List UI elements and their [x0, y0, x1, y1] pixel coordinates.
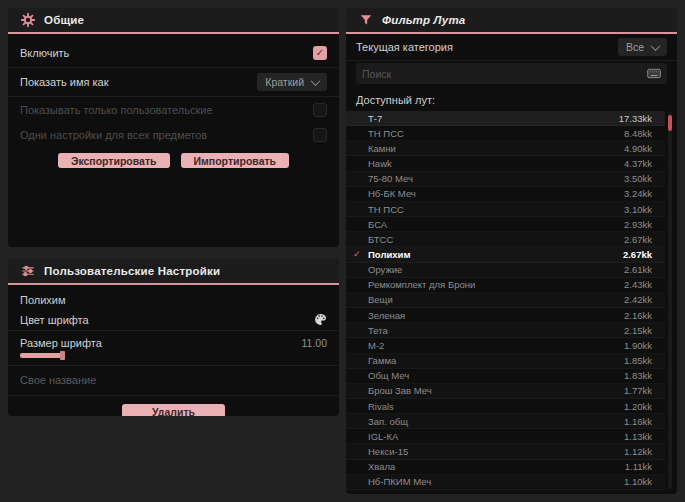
- font-color-row[interactable]: Цвет шрифта: [8, 309, 339, 331]
- loot-item[interactable]: БСА2.93kk: [346, 217, 665, 232]
- delete-button[interactable]: Удалить: [122, 404, 225, 416]
- loot-item-value: 1.16kk: [624, 416, 652, 427]
- loot-item-name: БТСС: [368, 234, 624, 245]
- loot-item-name: Гамма: [368, 355, 624, 366]
- loot-item[interactable]: Брош Зав Меч1.77kk: [346, 384, 665, 399]
- loot-item-value: 1.77kk: [624, 385, 652, 396]
- loot-item-name: ТН ПСС: [368, 128, 624, 139]
- only-custom-label: Показывать только пользовательские: [20, 104, 213, 116]
- loot-list-wrap: Т-717.33kkТН ПСС8.48kkКамни4.90kkHawk4.3…: [346, 111, 674, 490]
- custom-settings-panel-body: Полихим Цвет шрифта Размер шрифта 11.00 …: [8, 285, 339, 416]
- search-input[interactable]: [362, 68, 647, 80]
- loot-item-value: 2.42kk: [624, 294, 652, 305]
- loot-item[interactable]: Хвала1.11kk: [346, 460, 665, 475]
- loot-item[interactable]: Некси-151.12kk: [346, 444, 665, 459]
- loot-item[interactable]: БТСС2.67kk: [346, 232, 665, 247]
- loot-item-value: 2.93kk: [624, 219, 652, 230]
- loot-item[interactable]: Т-717.33kk: [346, 111, 665, 126]
- loot-item[interactable]: Тета2.15kk: [346, 323, 665, 338]
- category-label: Текущая категория: [356, 41, 453, 53]
- available-loot-label: Доступный лут:: [346, 88, 677, 111]
- font-size-label: Размер шрифта: [20, 337, 102, 349]
- loot-item[interactable]: Нб-БК Меч3.24kk: [346, 187, 665, 202]
- show-name-dropdown[interactable]: Краткий: [257, 73, 327, 91]
- loot-item-name: Зап. общ: [368, 416, 624, 427]
- loot-item-value: 4.37kk: [624, 158, 652, 169]
- gear-icon: [21, 13, 35, 27]
- loot-item-name: Нб-БК Меч: [368, 188, 624, 199]
- loot-item-name: Общ Меч: [368, 370, 624, 381]
- loot-item[interactable]: IGL-КА1.13kk: [346, 429, 665, 444]
- category-dropdown[interactable]: Все: [618, 38, 667, 56]
- funnel-icon: [359, 13, 373, 27]
- loot-item-value: 2.16kk: [624, 310, 652, 321]
- font-size-value: 11.00: [302, 337, 328, 349]
- loot-item-value: 2.61kk: [624, 264, 652, 275]
- loot-item[interactable]: Зеленая2.16kk: [346, 308, 665, 323]
- loot-item-value: 3.24kk: [624, 188, 652, 199]
- loot-item-value: 2.67kk: [624, 234, 652, 245]
- export-import-row: Экспортировать Импортировать: [8, 147, 339, 176]
- slider-handle[interactable]: [60, 351, 65, 360]
- left-column: Общие Включить ✓ Показать имя как Кратки…: [8, 8, 339, 494]
- general-panel-header: Общие: [8, 8, 339, 34]
- loot-item[interactable]: ТН ПСС8.48kk: [346, 126, 665, 141]
- general-panel: Общие Включить ✓ Показать имя как Кратки…: [8, 8, 339, 247]
- loot-item[interactable]: Вещи2.42kk: [346, 293, 665, 308]
- scrollbar-thumb[interactable]: [668, 115, 672, 131]
- same-settings-checkbox[interactable]: [313, 128, 327, 142]
- loot-item[interactable]: ✓Полихим2.67kk: [346, 247, 665, 262]
- loot-item-value: 1.85kk: [624, 355, 652, 366]
- scrollbar[interactable]: [668, 112, 672, 489]
- loot-item-value: 3.50kk: [624, 173, 652, 184]
- palette-icon[interactable]: [314, 313, 327, 326]
- loot-item-name: Вещи: [368, 294, 624, 305]
- loot-item[interactable]: 75-80 Меч3.50kk: [346, 172, 665, 187]
- category-dropdown-value: Все: [626, 41, 644, 53]
- loot-item-name: ТН ПСС: [368, 204, 624, 215]
- loot-item[interactable]: Нб-ПКИМ Меч1.10kk: [346, 475, 665, 490]
- loot-filter-panel-header: Фильтр Лута: [346, 8, 677, 34]
- font-size-slider[interactable]: [20, 353, 327, 358]
- loot-item[interactable]: Rivals1.20kk: [346, 399, 665, 414]
- loot-item-name: Полихим: [368, 249, 623, 260]
- slider-fill: [20, 353, 62, 358]
- loot-item[interactable]: ТН ПСС3.10kk: [346, 202, 665, 217]
- loot-item-name: Нб-ПКИМ Меч: [368, 476, 624, 487]
- loot-item-value: 1.11kk: [625, 461, 652, 472]
- loot-item-value: 4.90kk: [624, 143, 652, 154]
- only-custom-checkbox[interactable]: [313, 103, 327, 117]
- sliders-icon: [21, 264, 35, 278]
- loot-item-value: 1.83kk: [624, 370, 652, 381]
- same-settings-label: Одни настройки для всех предметов: [20, 129, 207, 141]
- loot-item[interactable]: Оружие2.61kk: [346, 263, 665, 278]
- loot-item-value: 1.13kk: [624, 431, 652, 442]
- export-button[interactable]: Экспортировать: [58, 153, 170, 168]
- loot-item-name: Т-7: [368, 113, 619, 124]
- loot-item-value: 1.12kk: [624, 446, 652, 457]
- font-color-label: Цвет шрифта: [20, 314, 89, 326]
- import-button[interactable]: Импортировать: [181, 153, 290, 168]
- keyboard-icon[interactable]: [647, 68, 661, 79]
- enable-checkbox[interactable]: ✓: [313, 46, 327, 60]
- loot-item-name: 75-80 Меч: [368, 173, 624, 184]
- loot-item[interactable]: Зап. общ1.16kk: [346, 414, 665, 429]
- loot-item[interactable]: Общ Меч1.83kk: [346, 369, 665, 384]
- loot-item-name: БСА: [368, 219, 624, 230]
- loot-item-value: 1.90kk: [624, 340, 652, 351]
- custom-settings-panel-title: Пользовательские Настройки: [44, 265, 220, 277]
- right-column: Фильтр Лута Текущая категория Все Доступ…: [346, 8, 677, 494]
- loot-item[interactable]: Гамма1.85kk: [346, 354, 665, 369]
- loot-item-name: Камни: [368, 143, 624, 154]
- loot-item[interactable]: Hawk4.37kk: [346, 156, 665, 171]
- custom-name-input[interactable]: Свое название: [8, 366, 339, 396]
- loot-item[interactable]: Камни4.90kk: [346, 141, 665, 156]
- show-name-label: Показать имя как: [20, 76, 109, 88]
- loot-item-name: Ремкомплект для Брони: [368, 279, 624, 290]
- show-name-dropdown-value: Краткий: [265, 76, 304, 88]
- delete-row: Удалить: [8, 396, 339, 416]
- custom-settings-panel-header: Пользовательские Настройки: [8, 259, 339, 285]
- loot-item[interactable]: Ремкомплект для Брони2.43kk: [346, 278, 665, 293]
- loot-filter-panel-body: Текущая категория Все Доступный лут: Т-7…: [346, 34, 677, 494]
- loot-item[interactable]: М-21.90kk: [346, 338, 665, 353]
